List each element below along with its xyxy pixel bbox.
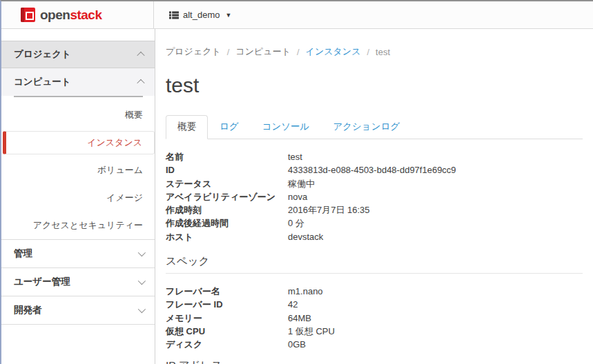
sidebar-spacer [1, 29, 155, 41]
detail-row: 名前 test [166, 150, 583, 163]
detail-row: 作成時刻 2016年7月7日 16:35 [166, 203, 583, 216]
tab-bar: 概要 ログ コンソール アクションログ [166, 115, 583, 139]
detail-label: ホスト [166, 230, 288, 243]
top-bar: openstack alt_demo ▼ [1, 1, 593, 29]
breadcrumb-project: プロジェクト [166, 46, 221, 58]
sidebar-section-label: プロジェクト [14, 48, 71, 61]
detail-value: m1.nano [288, 285, 323, 298]
spec-detail-list: フレーバー名 m1.nano フレーバー ID 42 メモリー 64MB 仮想 … [166, 285, 583, 351]
sidebar-item-volumes[interactable]: ボリューム [1, 156, 155, 184]
detail-value: 64MB [288, 312, 311, 325]
detail-value: 0GB [288, 338, 306, 351]
detail-label: フレーバー ID [166, 298, 288, 311]
openstack-logo-text: openstack [40, 8, 102, 23]
logo-open-text: open [40, 8, 70, 22]
detail-value: 2016年7月7日 16:35 [288, 203, 370, 216]
chevron-down-icon [138, 249, 146, 256]
content-area: プロジェクト コンピュート インスタンス test test 概要 ログ コンソ… [155, 29, 593, 364]
tab-overview[interactable]: 概要 [166, 115, 208, 139]
detail-value: 1 仮想 CPU [288, 325, 335, 338]
overview-detail-list: 名前 test ID 4333813d-e088-4503-bd48-dd97f… [166, 150, 583, 243]
sidebar-section-label: ユーザー管理 [14, 276, 70, 288]
section-rule [166, 273, 583, 274]
detail-label: ディスク [166, 338, 288, 351]
detail-label: フレーバー名 [166, 285, 288, 298]
chevron-down-icon [138, 305, 146, 313]
chevron-down-icon [138, 277, 146, 285]
sidebar-section-label: コンピュート [14, 76, 71, 88]
sidebar-section-label: 開発者 [14, 304, 42, 316]
sidebar-compute-items: 概要 インスタンス ボリューム イメージ アクセスとセキュリティー [1, 97, 155, 239]
spec-section-heading: スペック [166, 256, 583, 267]
app-window: openstack alt_demo ▼ プロジェクト コンピュート [0, 0, 593, 364]
tab-action-log[interactable]: アクションログ [321, 115, 411, 139]
ip-section-heading: IP アドレス [166, 360, 583, 364]
detail-label: メモリー [166, 312, 288, 325]
caret-down-icon: ▼ [225, 12, 231, 19]
detail-value: devstack [288, 230, 323, 243]
sidebar-item-overview[interactable]: 概要 [1, 101, 155, 129]
tab-log[interactable]: ログ [208, 115, 251, 139]
topbar-separator [153, 1, 154, 28]
detail-label: 作成後経過時間 [166, 216, 288, 230]
sidebar-section-admin[interactable]: 管理 [1, 240, 155, 267]
openstack-cube-icon [21, 8, 35, 22]
detail-value: 稼働中 [288, 177, 315, 190]
detail-row: 作成後経過時間 0 分 [166, 216, 583, 230]
sidebar-item-images[interactable]: イメージ [1, 184, 155, 212]
detail-label: アベイラビリティーゾーン [166, 190, 288, 203]
sidebar-item-instances[interactable]: インスタンス [3, 131, 155, 154]
detail-value: 4333813d-e088-4503-bd48-dd97f1e69cc9 [288, 163, 456, 176]
tab-console[interactable]: コンソール [251, 115, 322, 139]
detail-row: フレーバー名 m1.nano [166, 285, 583, 298]
breadcrumb-current: test [376, 47, 390, 57]
page-title: test [166, 72, 583, 99]
sidebar-section-project[interactable]: プロジェクト [1, 41, 155, 68]
sidebar-item-access-security[interactable]: アクセスとセキュリティー [1, 212, 155, 239]
detail-row: ステータス 稼働中 [166, 177, 583, 190]
detail-label: 仮想 CPU [166, 325, 288, 338]
openstack-logo[interactable]: openstack [21, 8, 102, 23]
breadcrumb-instances-link[interactable]: インスタンス [306, 46, 361, 58]
detail-row: ディスク 0GB [166, 338, 583, 351]
detail-value: nova [288, 190, 307, 203]
project-switcher[interactable]: alt_demo ▼ [169, 10, 231, 20]
detail-label: 名前 [166, 150, 288, 163]
breadcrumb-compute: コンピュート [235, 46, 291, 58]
detail-value: test [288, 150, 302, 163]
detail-row: メモリー 64MB [166, 312, 583, 325]
detail-row: ID 4333813d-e088-4503-bd48-dd97f1e69cc9 [166, 163, 583, 176]
detail-row: 仮想 CPU 1 仮想 CPU [166, 325, 583, 338]
chevron-up-icon [137, 79, 144, 87]
chevron-up-icon [137, 52, 144, 59]
sidebar-divider [1, 324, 155, 325]
breadcrumb: プロジェクト コンピュート インスタンス test [166, 46, 583, 58]
detail-label: ステータス [166, 177, 288, 190]
detail-value: 42 [288, 298, 298, 311]
detail-value: 0 分 [288, 216, 304, 230]
detail-label: ID [166, 163, 288, 176]
detail-row: アベイラビリティーゾーン nova [166, 190, 583, 203]
sidebar-section-developer[interactable]: 開発者 [1, 296, 155, 324]
logo-stack-text: stack [70, 8, 101, 22]
detail-row: ホスト devstack [166, 230, 583, 243]
detail-row: フレーバー ID 42 [166, 298, 583, 311]
sidebar-section-compute[interactable]: コンピュート [1, 68, 155, 96]
sidebar-section-identity[interactable]: ユーザー管理 [1, 268, 155, 296]
project-switcher-label: alt_demo [183, 10, 220, 20]
project-list-icon [169, 11, 179, 19]
detail-label: 作成時刻 [166, 203, 288, 216]
sidebar-section-label: 管理 [14, 247, 32, 260]
sidebar: プロジェクト コンピュート 概要 インスタンス ボリューム イメージ アクセスと… [1, 29, 155, 364]
